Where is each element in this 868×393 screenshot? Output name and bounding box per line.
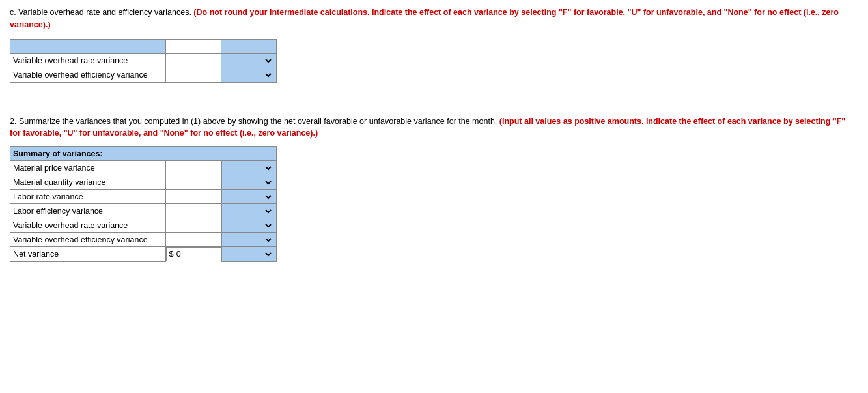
row-effect-cell[interactable]: FUNone — [221, 218, 276, 233]
row-effect-select[interactable]: FUNone — [224, 70, 273, 80]
section-c-table: Variable overhead rate varianceFUNoneVar… — [10, 39, 277, 83]
col-header-amount — [166, 39, 221, 53]
net-value-input[interactable] — [176, 249, 216, 259]
section-c-header-row — [10, 39, 277, 53]
table-row: Variable overhead rate varianceFUNone — [10, 218, 277, 233]
row-effect-select[interactable]: FUNone — [225, 220, 273, 231]
row-value-input[interactable] — [169, 235, 219, 244]
row-effect-cell[interactable]: FUNone — [221, 175, 276, 190]
row-effect-select[interactable]: FUNone — [225, 235, 273, 245]
dollar-sign: $ — [169, 249, 174, 259]
section-2-table-container: Summary of variances:Material price vari… — [10, 146, 858, 262]
table-row: Labor efficiency varianceFUNone — [10, 204, 277, 218]
summary-header-label: Summary of variances: — [10, 147, 277, 161]
table-row: Material price varianceFUNone — [10, 161, 277, 175]
table-row: Material quantity varianceFUNone — [10, 175, 277, 190]
row-effect-cell[interactable]: FUNone — [221, 68, 277, 82]
row-label: Material quantity variance — [10, 175, 166, 190]
row-effect-cell[interactable]: FUNone — [221, 190, 276, 204]
row-effect-select[interactable]: FUNone — [225, 192, 273, 202]
row-value-cell[interactable] — [165, 161, 221, 175]
section-2-table: Summary of variances:Material price vari… — [10, 146, 277, 262]
row-effect-select[interactable]: FUNone — [225, 163, 273, 173]
section-c-table-container: Variable overhead rate varianceFUNoneVar… — [10, 39, 858, 83]
row-value-input[interactable] — [169, 164, 219, 173]
row-label: Net variance — [10, 247, 166, 262]
row-label: Variable overhead rate variance — [10, 218, 166, 233]
table-row: Labor rate varianceFUNone — [10, 190, 277, 204]
row-label: Labor efficiency variance — [10, 204, 166, 218]
row-effect-cell[interactable]: FUNone — [221, 53, 277, 68]
section-2-instruction: 2. Summarize the variances that you comp… — [10, 115, 858, 140]
col-header-label — [10, 39, 166, 53]
instruction-c-plain: c. Variable overhead rate and efficiency… — [10, 8, 191, 17]
row-value-cell[interactable] — [166, 53, 221, 68]
table-row: Variable overhead efficiency varianceFUN… — [10, 68, 277, 82]
row-label: Variable overhead rate variance — [10, 53, 166, 68]
row-effect-cell[interactable]: FUNone — [221, 247, 276, 262]
row-value-input[interactable] — [169, 70, 218, 80]
row-value-cell[interactable]: $ — [166, 247, 221, 261]
row-value-cell[interactable] — [165, 175, 221, 190]
row-effect-cell[interactable]: FUNone — [221, 161, 276, 175]
row-value-input[interactable] — [169, 207, 219, 216]
table-row: Variable overhead efficiency varianceFUN… — [10, 233, 277, 247]
section-gap — [10, 96, 858, 115]
row-effect-select[interactable]: FUNone — [224, 55, 273, 66]
col-header-effect — [221, 39, 277, 53]
row-value-cell[interactable] — [165, 204, 221, 218]
row-effect-select[interactable]: FUNone — [225, 206, 273, 216]
row-value-input[interactable] — [169, 55, 218, 66]
row-effect-cell[interactable]: FUNone — [221, 233, 276, 247]
section-c-tbody: Variable overhead rate varianceFUNoneVar… — [10, 53, 277, 82]
row-value-cell[interactable] — [165, 218, 221, 233]
row-value-cell[interactable] — [165, 190, 221, 204]
row-label: Variable overhead efficiency variance — [10, 233, 166, 247]
row-value-input[interactable] — [169, 221, 219, 230]
row-value-input[interactable] — [169, 178, 219, 187]
table-row: Net variance$FUNone — [10, 247, 277, 262]
summary-header-row: Summary of variances: — [10, 147, 277, 161]
row-effect-select[interactable]: FUNone — [225, 249, 273, 259]
section-c-instruction: c. Variable overhead rate and efficiency… — [10, 7, 858, 31]
row-effect-cell[interactable]: FUNone — [221, 204, 276, 218]
table-row: Variable overhead rate varianceFUNone — [10, 53, 277, 68]
instruction-2-plain: 2. Summarize the variances that you comp… — [10, 117, 497, 126]
row-effect-select[interactable]: FUNone — [225, 177, 273, 188]
row-label: Variable overhead efficiency variance — [10, 68, 166, 82]
section-2-tbody: Summary of variances:Material price vari… — [10, 147, 277, 262]
row-value-cell[interactable] — [165, 233, 221, 247]
row-value-cell[interactable] — [166, 68, 221, 82]
row-value-input[interactable] — [169, 192, 219, 201]
row-label: Material price variance — [10, 161, 166, 175]
row-label: Labor rate variance — [10, 190, 166, 204]
